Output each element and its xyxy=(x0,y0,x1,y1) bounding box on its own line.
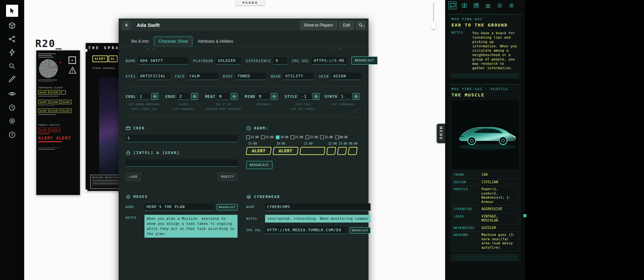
stat-label: STYLE xyxy=(285,94,297,99)
harm-segment xyxy=(337,147,347,155)
tab-bio-info[interactable]: Bio & Info xyxy=(127,37,153,46)
tab-settings[interactable] xyxy=(507,1,515,9)
wear-field: WEAR xyxy=(271,73,313,80)
reveal-tool-button[interactable] xyxy=(8,90,16,98)
pointer-tool-button[interactable] xyxy=(6,5,18,17)
resize-handle[interactable] xyxy=(85,190,87,192)
stat-roll-button[interactable] xyxy=(231,93,238,100)
stat-move-label: ACQUIRE AGRI PROPERTY xyxy=(205,108,242,111)
meat-input[interactable] xyxy=(217,93,229,100)
intel-gear-header: [INTEL] & [GEAR] xyxy=(126,150,238,155)
stat-roll-button[interactable] xyxy=(353,93,359,100)
chat-card-move[interactable]: MAO YING-GUI EAR TO THE GROUND NOTES You… xyxy=(448,14,522,79)
harm-time-label: 23:00 xyxy=(325,136,333,139)
chat-card-vehicle[interactable]: MAO YING-GUI - VEHICLE THE MUSCLE xyxy=(448,84,522,262)
stat-roll-button[interactable] xyxy=(152,93,158,100)
draw-tool-button[interactable] xyxy=(8,75,16,83)
show-to-players-button[interactable]: Show to Players xyxy=(300,21,337,30)
field-label: SKIN xyxy=(319,75,329,78)
field-label: PLAYBOOK xyxy=(193,59,213,63)
corner-accent xyxy=(523,214,526,217)
illegible-text xyxy=(38,96,58,96)
cyberwear-chip-icon xyxy=(246,194,251,199)
popout-button[interactable] xyxy=(122,21,131,30)
alert-chip-empty xyxy=(61,90,66,94)
tab-art-library[interactable] xyxy=(460,1,468,9)
tab-chat[interactable] xyxy=(448,1,457,9)
cred-input[interactable] xyxy=(126,135,238,142)
sheet-body: × ≈ ◦ × ≡ NAME PLAYBOOK EXPERIENCE IMG U… xyxy=(119,46,369,248)
broadcast-dot-icon xyxy=(153,94,157,98)
zoom-slider-handle[interactable] xyxy=(431,22,436,29)
edit-button[interactable]: Edit xyxy=(339,21,354,30)
tab-journal[interactable] xyxy=(472,1,480,9)
harm-broadcast-button[interactable]: BROADCAST xyxy=(246,161,272,169)
tab-jukebox[interactable] xyxy=(484,1,492,9)
modify-button[interactable]: MODIFY xyxy=(218,173,238,181)
face-input[interactable] xyxy=(187,73,218,80)
cyberwear-name-input[interactable] xyxy=(265,203,371,211)
field-label: IMG URL xyxy=(292,59,309,63)
harm-checkbox[interactable] xyxy=(335,135,339,139)
cyberwear-img-input[interactable] xyxy=(265,227,347,234)
mind-input[interactable] xyxy=(257,93,269,100)
fx-tool-button[interactable] xyxy=(8,48,16,56)
wear-input[interactable] xyxy=(283,73,313,80)
stat-move-label: ASSESS xyxy=(165,103,202,106)
harm-checkbox[interactable] xyxy=(305,135,309,139)
harm-header: HARM: xyxy=(246,126,371,131)
tab-collections[interactable] xyxy=(496,1,504,9)
pages-tab[interactable]: PAGES xyxy=(235,0,265,5)
harm-segment: ALERT xyxy=(246,147,271,155)
help-button[interactable]: ? xyxy=(8,131,16,139)
move-notes-textarea[interactable]: When you plan a Mission, everyone to who… xyxy=(144,215,238,238)
cyberwear-notes-textarea[interactable]: +encrypted, +recording. When monitoring … xyxy=(265,215,371,223)
eyes-input[interactable] xyxy=(138,73,170,80)
body-input[interactable] xyxy=(235,73,266,80)
intel-gear-input[interactable] xyxy=(126,159,238,167)
turn-tracker-button[interactable] xyxy=(8,104,16,112)
img-url-input[interactable] xyxy=(312,57,347,65)
stat-label: EDGE xyxy=(165,94,176,99)
table-row: PROFILEPower+1, Looks+2, Weakness+1; 1-A… xyxy=(452,186,518,205)
gear-icon xyxy=(508,2,515,9)
playbook-input[interactable] xyxy=(216,57,241,65)
tab-attributes-abilities[interactable]: Attributes & Abilities xyxy=(193,37,238,46)
add-button[interactable]: +ADD xyxy=(126,173,141,181)
layers-tool-button[interactable] xyxy=(8,22,16,30)
harm-checkbox[interactable] xyxy=(261,135,265,139)
name-field: NAME xyxy=(126,57,188,65)
skin-input[interactable] xyxy=(331,73,361,80)
move-broadcast-button[interactable]: BROADCAST xyxy=(217,204,238,210)
move-name-input[interactable] xyxy=(144,203,214,211)
moves-section: MOVES NAME BROADCAST NOTES When you plan… xyxy=(126,194,238,238)
zoom-tool-button[interactable] xyxy=(8,62,16,70)
menu-tab[interactable]: MENU xyxy=(437,124,445,143)
stat-roll-button[interactable] xyxy=(313,93,319,100)
cyberwear-broadcast-button[interactable]: BROADCAST xyxy=(350,227,371,234)
stat-label: MEAT xyxy=(205,94,216,99)
harm-checkbox[interactable] xyxy=(291,135,294,139)
style-input[interactable] xyxy=(299,93,311,100)
table-row: WEAPONSMachine guns (3-harm near/far are… xyxy=(452,231,518,251)
harm-checkbox[interactable] xyxy=(276,135,280,139)
close-icon[interactable]: ✕ xyxy=(362,23,365,28)
resize-handle[interactable] xyxy=(85,49,87,52)
journal-icon xyxy=(473,2,479,9)
stat-roll-button[interactable] xyxy=(191,93,198,100)
share-tool-button[interactable] xyxy=(8,35,16,43)
edge-input[interactable] xyxy=(177,93,189,100)
harm-clock-icon xyxy=(246,126,251,131)
harm-checkbox[interactable] xyxy=(246,135,250,139)
experience-input[interactable] xyxy=(273,57,287,65)
body-field: BODY xyxy=(223,73,265,80)
cool-input[interactable] xyxy=(138,93,150,100)
stat-roll-button[interactable] xyxy=(271,93,277,100)
settings-tool-button[interactable] xyxy=(8,117,16,125)
tab-character-sheet[interactable]: Character Sheet xyxy=(154,37,192,46)
handout-card-intel[interactable]: ✕ CORPORATE CLOCKS ALERT ALERT ALERT ALE… xyxy=(36,50,80,195)
cyberwear-section: CYBERWEAR NAME NOTES +encrypted, +record… xyxy=(246,194,371,238)
harm-checkbox[interactable] xyxy=(320,135,324,139)
name-input[interactable] xyxy=(138,57,188,65)
broadcast-button[interactable]: BROADCAST xyxy=(351,56,378,65)
